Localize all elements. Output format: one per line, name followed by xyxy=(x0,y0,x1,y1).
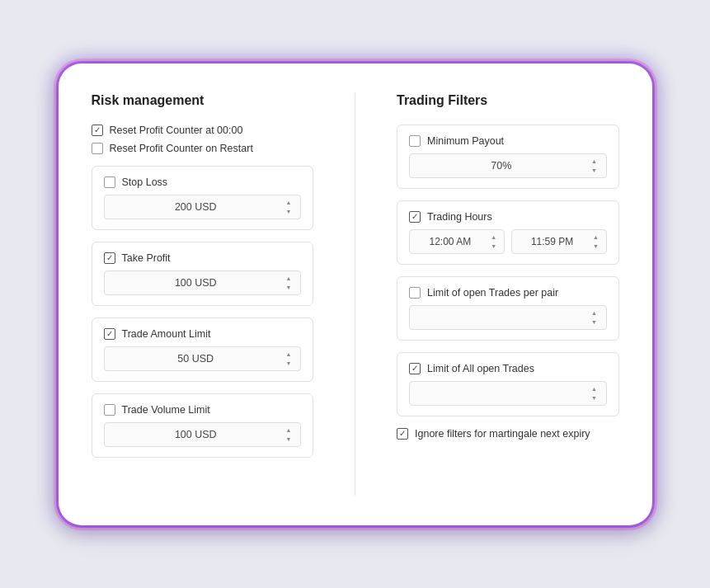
limit-open-trades-per-pair-checkbox[interactable] xyxy=(409,287,421,299)
trade-amount-limit-arrows: ▲ ▼ xyxy=(284,350,294,367)
trade-amount-limit-section: Trade Amount Limit 50 USD ▲ ▼ xyxy=(92,318,314,382)
reset-profit-restart-checkbox[interactable] xyxy=(92,143,103,154)
trade-volume-limit-input[interactable]: 100 USD xyxy=(111,429,281,440)
trade-volume-limit-arrows: ▲ ▼ xyxy=(284,426,294,443)
take-profit-row: Take Profit xyxy=(104,252,302,264)
stop-loss-row: Stop Loss xyxy=(104,176,302,188)
take-profit-down-arrow[interactable]: ▼ xyxy=(284,283,294,291)
trade-amount-limit-input[interactable]: 50 USD xyxy=(111,353,281,365)
stop-loss-input-wrapper: 200 USD ▲ ▼ xyxy=(104,195,302,219)
trade-volume-limit-row: Trade Volume Limit xyxy=(104,404,302,416)
stop-loss-section: Stop Loss 200 USD ▲ ▼ xyxy=(92,166,314,230)
minimum-payout-up-arrow[interactable]: ▲ xyxy=(590,157,600,165)
minimum-payout-input[interactable]: 70% xyxy=(416,160,586,172)
trading-filters-panel: Trading Filters Minimum Payout 70% ▲ ▼ xyxy=(397,93,619,496)
stop-loss-checkbox[interactable] xyxy=(104,176,115,188)
main-panel: Risk management Reset Profit Counter at … xyxy=(59,64,652,525)
reset-profit-counter-checkbox[interactable] xyxy=(92,125,103,136)
risk-management-panel: Risk management Reset Profit Counter at … xyxy=(92,93,314,496)
trading-hours-from-input[interactable]: 12:00 AM xyxy=(415,236,486,247)
stop-loss-up-arrow[interactable]: ▲ xyxy=(284,198,294,206)
trading-hours-to-arrows: ▲ ▼ xyxy=(591,233,601,250)
stop-loss-label: Stop Loss xyxy=(122,176,168,188)
minimum-payout-checkbox[interactable] xyxy=(409,135,421,147)
limit-open-trades-per-pair-section: Limit of open Trades per pair ▲ ▼ xyxy=(397,276,619,341)
stop-loss-arrows: ▲ ▼ xyxy=(284,198,294,215)
trade-amount-limit-checkbox[interactable] xyxy=(104,328,115,340)
trading-filters-title: Trading Filters xyxy=(397,93,619,108)
limit-all-open-trades-row: Limit of All open Trades xyxy=(409,363,607,374)
limit-open-trades-per-pair-input[interactable] xyxy=(416,312,586,323)
trading-hours-to-wrapper: 11:59 PM ▲ ▼ xyxy=(511,229,607,254)
trade-volume-limit-section: Trade Volume Limit 100 USD ▲ ▼ xyxy=(92,393,314,458)
limit-all-open-trades-input-wrapper: ▲ ▼ xyxy=(409,381,607,406)
ignore-filters-label: Ignore filters for martingale next expir… xyxy=(415,428,590,440)
take-profit-section: Take Profit 100 USD ▲ ▼ xyxy=(92,242,314,306)
trading-hours-to-up-arrow[interactable]: ▲ xyxy=(591,233,601,241)
limit-all-open-trades-up-arrow[interactable]: ▲ xyxy=(590,384,600,393)
limit-all-open-trades-checkbox[interactable] xyxy=(409,363,421,374)
trade-volume-limit-input-wrapper: 100 USD ▲ ▼ xyxy=(104,422,302,447)
minimum-payout-label: Minimum Payout xyxy=(427,135,504,147)
limit-all-open-trades-down-arrow[interactable]: ▼ xyxy=(590,393,600,402)
trading-hours-section: Trading Hours 12:00 AM ▲ ▼ 11:59 PM ▲ xyxy=(397,200,619,265)
take-profit-label: Take Profit xyxy=(122,252,171,264)
limit-all-open-trades-input[interactable] xyxy=(416,388,586,399)
limit-open-trades-per-pair-down-arrow[interactable]: ▼ xyxy=(590,318,600,326)
take-profit-up-arrow[interactable]: ▲ xyxy=(284,274,294,282)
reset-profit-restart-row: Reset Profit Counter on Restart xyxy=(92,143,314,154)
trading-hours-checkbox[interactable] xyxy=(409,211,421,223)
minimum-payout-down-arrow[interactable]: ▼ xyxy=(590,166,600,174)
trade-volume-limit-checkbox[interactable] xyxy=(104,404,115,416)
trading-hours-from-up-arrow[interactable]: ▲ xyxy=(489,233,499,241)
trading-hours-to-down-arrow[interactable]: ▼ xyxy=(591,242,601,250)
limit-all-open-trades-arrows: ▲ ▼ xyxy=(590,384,600,402)
trading-hours-from-arrows: ▲ ▼ xyxy=(489,233,499,250)
trade-volume-limit-up-arrow[interactable]: ▲ xyxy=(284,426,294,434)
trading-hours-row: Trading Hours xyxy=(409,211,607,223)
reset-profit-restart-label: Reset Profit Counter on Restart xyxy=(110,143,253,154)
trade-amount-limit-up-arrow[interactable]: ▲ xyxy=(284,350,294,358)
trade-amount-limit-label: Trade Amount Limit xyxy=(122,328,211,340)
trade-amount-limit-row: Trade Amount Limit xyxy=(104,328,302,340)
limit-open-trades-per-pair-label: Limit of open Trades per pair xyxy=(427,287,558,299)
minimum-payout-section: Minimum Payout 70% ▲ ▼ xyxy=(397,125,619,189)
take-profit-checkbox[interactable] xyxy=(104,252,115,264)
trading-hours-from-wrapper: 12:00 AM ▲ ▼ xyxy=(409,229,505,254)
trade-volume-limit-down-arrow[interactable]: ▼ xyxy=(284,435,294,443)
trading-hours-label: Trading Hours xyxy=(427,211,492,223)
limit-open-trades-per-pair-row: Limit of open Trades per pair xyxy=(409,287,607,299)
trade-volume-limit-label: Trade Volume Limit xyxy=(122,404,210,416)
trading-hours-time-row: 12:00 AM ▲ ▼ 11:59 PM ▲ ▼ xyxy=(409,229,607,254)
minimum-payout-arrows: ▲ ▼ xyxy=(590,157,600,174)
minimum-payout-row: Minimum Payout xyxy=(409,135,607,147)
reset-profit-counter-label: Reset Profit Counter at 00:00 xyxy=(110,125,243,136)
risk-management-title: Risk management xyxy=(92,93,314,108)
limit-open-trades-per-pair-input-wrapper: ▲ ▼ xyxy=(409,305,607,330)
stop-loss-input[interactable]: 200 USD xyxy=(111,201,281,213)
take-profit-input[interactable]: 100 USD xyxy=(111,277,281,289)
minimum-payout-input-wrapper: 70% ▲ ▼ xyxy=(409,153,607,178)
trade-amount-limit-down-arrow[interactable]: ▼ xyxy=(284,359,294,367)
take-profit-input-wrapper: 100 USD ▲ ▼ xyxy=(104,270,302,295)
take-profit-arrows: ▲ ▼ xyxy=(284,274,294,291)
limit-open-trades-per-pair-up-arrow[interactable]: ▲ xyxy=(590,308,600,317)
limit-all-open-trades-section: Limit of All open Trades ▲ ▼ xyxy=(397,352,619,416)
limit-all-open-trades-label: Limit of All open Trades xyxy=(427,363,534,374)
ignore-filters-row: Ignore filters for martingale next expir… xyxy=(397,428,619,440)
reset-profit-counter-row: Reset Profit Counter at 00:00 xyxy=(92,125,314,136)
stop-loss-down-arrow[interactable]: ▼ xyxy=(284,207,294,215)
trade-amount-limit-input-wrapper: 50 USD ▲ ▼ xyxy=(104,346,302,371)
limit-open-trades-per-pair-arrows: ▲ ▼ xyxy=(590,308,600,326)
panel-divider xyxy=(355,93,355,496)
ignore-filters-checkbox[interactable] xyxy=(397,428,408,440)
trading-hours-from-down-arrow[interactable]: ▼ xyxy=(489,242,499,250)
trading-hours-to-input[interactable]: 11:59 PM xyxy=(517,236,588,247)
